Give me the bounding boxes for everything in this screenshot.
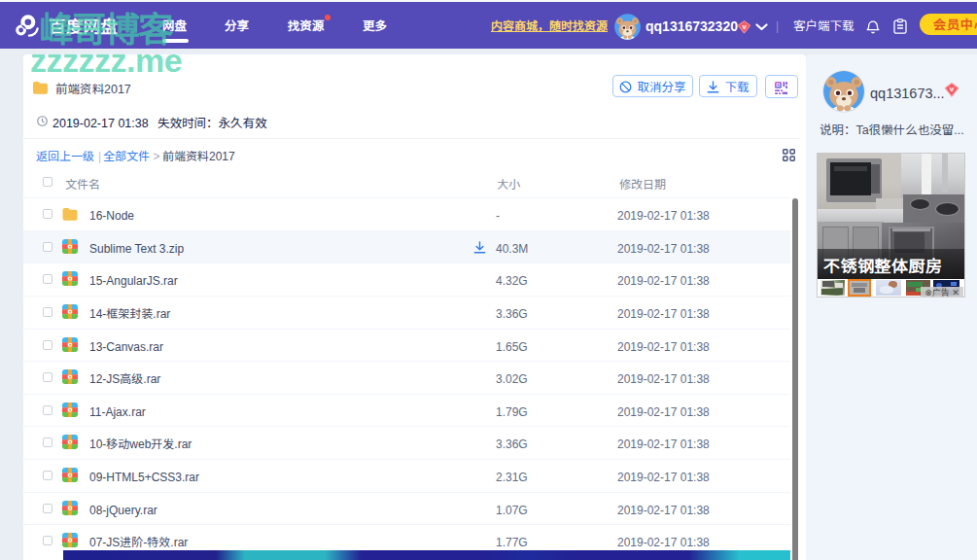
svg-text:v: v [950,85,955,93]
